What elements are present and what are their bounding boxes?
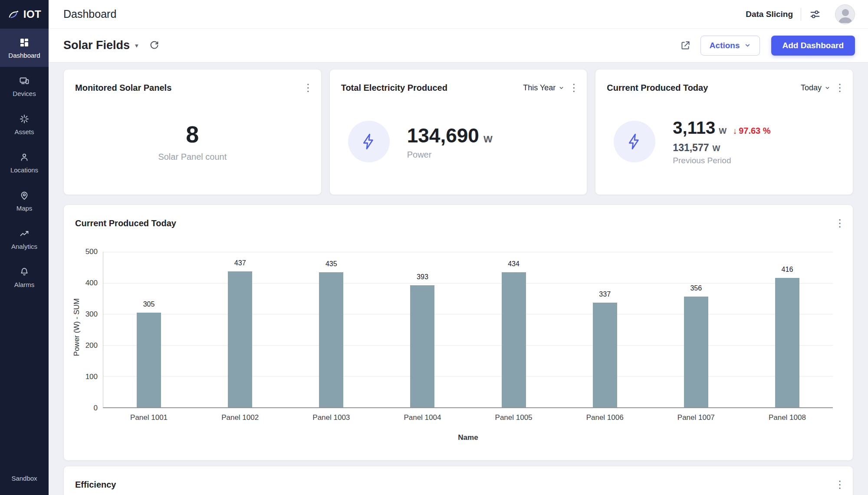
chevron-down-icon xyxy=(744,42,751,49)
expand-dashboard-button[interactable] xyxy=(680,40,691,51)
bar-slot: 393 xyxy=(377,252,468,407)
bar-panel-1007: 356 xyxy=(684,297,708,407)
map-pin-icon xyxy=(19,190,30,201)
refresh-button[interactable] xyxy=(149,40,160,51)
bar-value-label: 305 xyxy=(143,300,155,308)
dashboard-title: Solar Fields xyxy=(63,39,130,52)
power-icon-circle xyxy=(614,121,655,162)
bar-panel-1001: 305 xyxy=(137,313,161,407)
main-column: Dashboard Data Slicing Solar Fields xyxy=(49,0,868,495)
add-dashboard-button[interactable]: Add Dashboard xyxy=(771,36,855,56)
open-in-new-icon xyxy=(680,40,691,51)
card-header: Efficiency ⋮ xyxy=(64,466,853,492)
logo-text: IOT xyxy=(23,8,42,20)
previous-period-unit: W xyxy=(712,144,720,153)
previous-period-value: 131,577 xyxy=(673,142,709,154)
current-power-unit: W xyxy=(719,126,727,136)
app-root: IOT Dashboard Devices xyxy=(0,0,868,495)
data-slicing-button[interactable]: Data Slicing xyxy=(746,10,793,19)
bell-icon xyxy=(19,266,30,277)
x-tick-label: Panel 1006 xyxy=(559,413,651,422)
x-tick-label: Panel 1001 xyxy=(103,413,194,422)
dashboard-toolbar: Solar Fields ▾ Actions xyxy=(49,29,868,63)
sidebar-item-label: Alarms xyxy=(14,281,35,288)
card-title: Total Electricity Produced xyxy=(341,83,447,93)
sidebar-item-analytics[interactable]: Analytics xyxy=(0,220,49,258)
card-menu-button[interactable]: ⋮ xyxy=(567,81,581,95)
kebab-icon: ⋮ xyxy=(569,82,579,93)
sidebar-item-dashboard[interactable]: Dashboard xyxy=(0,29,49,67)
solar-panel-count-caption: Solar Panel count xyxy=(158,152,227,162)
arrow-down-icon: ↓ xyxy=(733,126,737,136)
card-menu-button[interactable]: ⋮ xyxy=(301,81,315,95)
y-tick-label: 300 xyxy=(85,310,98,319)
y-tick-label: 500 xyxy=(85,248,98,256)
card-body: 134,690 W Power xyxy=(330,95,587,195)
sliders-icon xyxy=(809,8,821,20)
bar-panel-1004: 393 xyxy=(410,285,434,407)
sidebar-item-locations[interactable]: Locations xyxy=(0,143,49,182)
person-icon xyxy=(835,5,855,24)
sidebar-item-assets[interactable]: Assets xyxy=(0,105,49,143)
previous-period-caption: Previous Period xyxy=(673,156,770,165)
header-divider xyxy=(801,8,801,21)
x-tick-label: Panel 1003 xyxy=(286,413,377,422)
kebab-icon: ⋮ xyxy=(835,82,845,93)
card-body: 8 Solar Panel count xyxy=(64,95,321,195)
bar-value-label: 437 xyxy=(234,259,246,267)
actions-button[interactable]: Actions xyxy=(700,36,760,56)
user-avatar[interactable] xyxy=(835,4,855,24)
card-menu-button[interactable]: ⋮ xyxy=(833,81,847,95)
bar-slot: 416 xyxy=(742,252,833,407)
chart-x-labels: Panel 1001Panel 1002Panel 1003Panel 1004… xyxy=(103,413,833,422)
kebab-icon: ⋮ xyxy=(303,82,313,93)
card-body: 3,113 W ↓ 97.63 % 131,577 W xyxy=(595,95,853,195)
bar-slot: 337 xyxy=(559,252,651,407)
bar-panel-1006: 337 xyxy=(593,303,617,407)
total-power-caption: Power xyxy=(407,150,493,160)
person-pin-icon xyxy=(19,152,30,163)
sidebar-item-label: Analytics xyxy=(11,243,37,250)
assets-icon xyxy=(19,113,30,125)
chart-y-axis: 0100200300400500 xyxy=(81,252,103,408)
card-menu-button[interactable]: ⋮ xyxy=(833,216,847,230)
total-power-unit: W xyxy=(483,134,493,145)
kebab-icon: ⋮ xyxy=(835,218,845,228)
app-logo[interactable]: IOT xyxy=(0,0,49,29)
period-value: This Year xyxy=(523,83,556,92)
bar-slot: 305 xyxy=(103,252,194,407)
card-menu-button[interactable]: ⋮ xyxy=(833,478,847,492)
sidebar-item-label: Maps xyxy=(16,205,33,212)
solar-panel-count-value: 8 xyxy=(186,121,199,148)
bar-slot: 434 xyxy=(468,252,559,407)
sidebar-item-maps[interactable]: Maps xyxy=(0,182,49,220)
y-tick-label: 0 xyxy=(94,404,98,412)
sidebar-item-label: Dashboard xyxy=(8,52,40,59)
kebab-icon: ⋮ xyxy=(835,479,845,490)
monitored-solar-panels-card: Monitored Solar Panels ⋮ 8 Solar Panel c… xyxy=(63,69,322,195)
dashboard-select-caret-icon[interactable]: ▾ xyxy=(135,42,138,50)
data-slicing-filter-button[interactable] xyxy=(809,8,821,20)
x-axis-title: Name xyxy=(103,433,833,442)
bar-slot: 435 xyxy=(286,252,377,407)
delta-value: 97.63 % xyxy=(739,126,770,136)
dashboard-content: Monitored Solar Panels ⋮ 8 Solar Panel c… xyxy=(49,63,868,495)
card-title: Efficiency xyxy=(75,480,116,490)
bolt-icon xyxy=(360,133,378,150)
sidebar-item-alarms[interactable]: Alarms xyxy=(0,258,49,296)
x-tick-label: Panel 1002 xyxy=(194,413,286,422)
y-tick-label: 200 xyxy=(85,341,98,350)
bar-chart: Power (W) - SUM 0100200300400500 3054374… xyxy=(64,230,853,460)
card-header: Monitored Solar Panels ⋮ xyxy=(64,69,321,95)
current-power-value: 3,113 xyxy=(673,118,715,138)
period-selector[interactable]: Today xyxy=(801,83,830,92)
stat-card-row: Monitored Solar Panels ⋮ 8 Solar Panel c… xyxy=(63,69,853,195)
period-selector[interactable]: This Year xyxy=(523,83,564,92)
sidebar-item-devices[interactable]: Devices xyxy=(0,67,49,105)
current-produced-today-card: Current Produced Today Today ⋮ xyxy=(595,69,853,195)
chevron-down-icon xyxy=(559,85,564,91)
card-title: Current Produced Today xyxy=(607,83,708,93)
sidebar-nav: Dashboard Devices Assets xyxy=(0,29,49,296)
bar-value-label: 416 xyxy=(782,266,793,274)
card-title: Monitored Solar Panels xyxy=(75,83,171,93)
